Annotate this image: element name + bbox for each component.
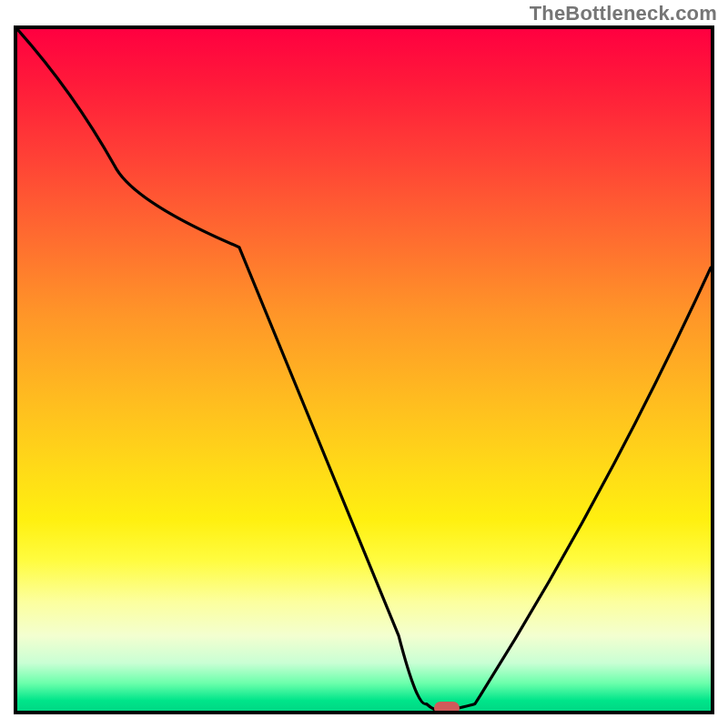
attribution-label: TheBottleneck.com <box>530 2 717 25</box>
curve-path <box>17 29 711 711</box>
plot-frame <box>14 25 714 714</box>
optimum-marker <box>434 702 460 714</box>
bottleneck-curve <box>17 29 711 711</box>
chart-container: TheBottleneck.com <box>0 0 728 728</box>
